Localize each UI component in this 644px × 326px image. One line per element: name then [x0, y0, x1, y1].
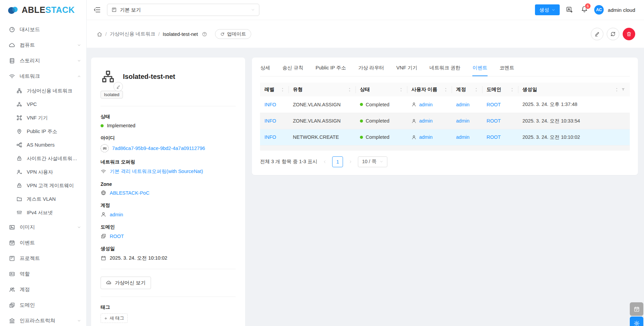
notifications-button[interactable]: 6: [581, 5, 588, 14]
view-vms-button[interactable]: 가상머신 보기: [101, 277, 151, 289]
sidebar-item-public-ip[interactable]: Public IP 주소: [0, 125, 86, 138]
user-name[interactable]: admin cloud: [608, 7, 635, 13]
user-link[interactable]: admin: [419, 118, 433, 124]
calendar-icon: [101, 255, 106, 261]
brand-logo[interactable]: ABLESTACK: [0, 0, 86, 20]
sidebar-item-projects[interactable]: 프로젝트: [0, 251, 86, 266]
domain-link[interactable]: ROOT: [110, 234, 124, 239]
network-id-link[interactable]: 7ad86ca7-95b9-4ace-9bd2-4a7a09112796: [112, 146, 205, 151]
col-state[interactable]: 상태: [356, 83, 407, 96]
col-username[interactable]: 사용자 이름: [407, 83, 452, 96]
sort-icons[interactable]: [511, 87, 514, 92]
account-link[interactable]: admin: [456, 102, 470, 107]
home-icon[interactable]: [97, 31, 102, 37]
sort-icons[interactable]: [281, 87, 284, 92]
tab-events[interactable]: 이벤트: [472, 60, 488, 76]
detail-tabs-card: 상세 송신 규칙 Public IP 주소 가상 라우터 VNF 기기 네트워크…: [252, 58, 638, 175]
user-avatar[interactable]: AC: [594, 5, 604, 15]
col-domain[interactable]: 도메인: [482, 83, 518, 96]
settings-fab-button[interactable]: [630, 317, 643, 326]
sidebar-item-domains[interactable]: 도메인: [0, 297, 86, 313]
sidebar-item-dashboard[interactable]: 대시보드: [0, 22, 86, 37]
page-size-select[interactable]: 10 / 쪽: [358, 156, 387, 167]
breadcrumb-bar: / 가상머신용 네트워크 / Isolated-test-net 업데이트: [87, 20, 644, 48]
next-page-button[interactable]: [346, 157, 355, 166]
sidebar-item-events[interactable]: 이벤트: [0, 235, 86, 251]
sort-icons[interactable]: [475, 87, 478, 92]
tab-virtual-routers[interactable]: 가상 라우터: [358, 60, 385, 76]
sidebar-item-guest-vlan[interactable]: 게스트 VLAN: [0, 192, 86, 206]
col-created[interactable]: 생성일: [518, 83, 630, 96]
sort-icons[interactable]: [400, 87, 403, 92]
sort-icons[interactable]: [615, 87, 618, 92]
app-root: ABLESTACK 대시보드 컴퓨트 스토리지 네트워크 가상머신용 네트워크 …: [0, 0, 644, 326]
event-level-link[interactable]: INFO: [264, 102, 276, 107]
sort-icons[interactable]: [348, 87, 351, 92]
chevron-right-icon: [348, 160, 352, 164]
filter-icon[interactable]: [621, 87, 625, 92]
sidebar-item-images[interactable]: 이미지: [0, 219, 86, 235]
restart-network-button[interactable]: [607, 28, 619, 40]
col-type[interactable]: 유형: [288, 83, 356, 96]
sidebar-item-roles[interactable]: 역할: [0, 266, 86, 282]
account-link[interactable]: admin: [456, 118, 470, 124]
new-tag-button[interactable]: 새 태그: [101, 313, 128, 323]
tab-public-ip[interactable]: Public IP 주소: [315, 60, 346, 76]
view-selector[interactable]: 기본 보기: [107, 4, 259, 16]
sidebar-item-site-to-site-vpn[interactable]: 사이트간 사설네트워크(VP...: [0, 152, 86, 165]
delete-network-button[interactable]: [623, 28, 635, 40]
breadcrumb: / 가상머신용 네트워크 / Isolated-test-net 업데이트: [97, 29, 251, 39]
tab-details[interactable]: 상세: [260, 60, 271, 76]
sidebar-item-vpn-customer-gateway[interactable]: VPN 고객 게이트웨이: [0, 179, 86, 192]
tab-network-permissions[interactable]: 네트워크 권한: [429, 60, 461, 76]
location-pin-icon: [16, 128, 22, 134]
page-number[interactable]: 1: [332, 156, 343, 167]
domain-link[interactable]: ROOT: [487, 118, 501, 124]
zone-link[interactable]: ABLESTACK-PoC: [110, 190, 149, 196]
event-level-link[interactable]: INFO: [264, 118, 276, 124]
user-link[interactable]: admin: [419, 134, 433, 140]
sidebar-item-vpn-users[interactable]: VPN 사용자: [0, 165, 86, 179]
edit-network-button[interactable]: [591, 28, 603, 40]
divider: [101, 297, 236, 297]
edit-pencil-icon: [594, 31, 600, 37]
edit-title-button[interactable]: [113, 82, 123, 91]
event-level-link[interactable]: INFO: [264, 134, 276, 140]
sidebar-item-guest-networks[interactable]: 가상머신용 네트워크: [0, 84, 86, 97]
event-log-fab-button[interactable]: [630, 302, 643, 316]
sidebar-item-storage[interactable]: 스토리지: [0, 53, 86, 68]
tab-vnf-appliances[interactable]: VNF 기기: [396, 60, 418, 76]
lock-icon: [16, 182, 22, 189]
account-link[interactable]: admin: [110, 212, 123, 217]
sidebar-item-as-numbers[interactable]: AS Numbers: [0, 138, 86, 152]
sort-icons[interactable]: [444, 87, 447, 92]
sidebar-item-compute[interactable]: 컴퓨트: [0, 37, 86, 53]
gear-icon: [634, 320, 640, 326]
domain-link[interactable]: ROOT: [487, 134, 501, 140]
network-offering-link[interactable]: 기본 격리 네트워크오퍼링(with SourceNat): [110, 168, 203, 175]
sidebar-item-network[interactable]: 네트워크: [0, 68, 86, 84]
account-link[interactable]: admin: [456, 134, 470, 140]
domain-link[interactable]: ROOT: [487, 102, 501, 107]
sidebar-item-vnf-appliances[interactable]: VNF 기기: [0, 111, 86, 125]
tab-egress-rules[interactable]: 송신 규칙: [282, 60, 304, 76]
sidebar-item-ipv4-subnet[interactable]: IPv4 서브넷: [0, 206, 86, 219]
sidebar-item-infrastructure[interactable]: 인프라스트럭쳐: [0, 313, 86, 326]
tab-comments[interactable]: 코멘트: [499, 60, 515, 76]
user-link[interactable]: admin: [419, 102, 433, 107]
sidebar-item-accounts[interactable]: 계정: [0, 282, 86, 297]
table-row[interactable]: INFO ZONE.VLAN.ASSIGN Completed admin ad…: [260, 113, 630, 129]
translate-icon[interactable]: [566, 6, 573, 14]
table-row-selected[interactable]: INFO NETWORK.CREATE Completed admin admi…: [260, 129, 630, 145]
col-account[interactable]: 계정: [452, 83, 482, 96]
menu-fold-icon[interactable]: [93, 6, 101, 14]
prev-page-button[interactable]: [320, 157, 329, 166]
breadcrumb-section-link[interactable]: 가상머신용 네트워크: [110, 31, 155, 37]
update-button[interactable]: 업데이트: [215, 29, 251, 39]
help-question-icon[interactable]: [202, 31, 207, 37]
table-row[interactable]: INFO ZONE.VLAN.ASSIGN Completed admin ad…: [260, 96, 630, 113]
network-resource-icon: [101, 69, 115, 84]
create-button[interactable]: 생성: [535, 4, 560, 15]
col-level[interactable]: 레벨: [260, 83, 288, 96]
sidebar-item-vpc[interactable]: VPC: [0, 97, 86, 111]
